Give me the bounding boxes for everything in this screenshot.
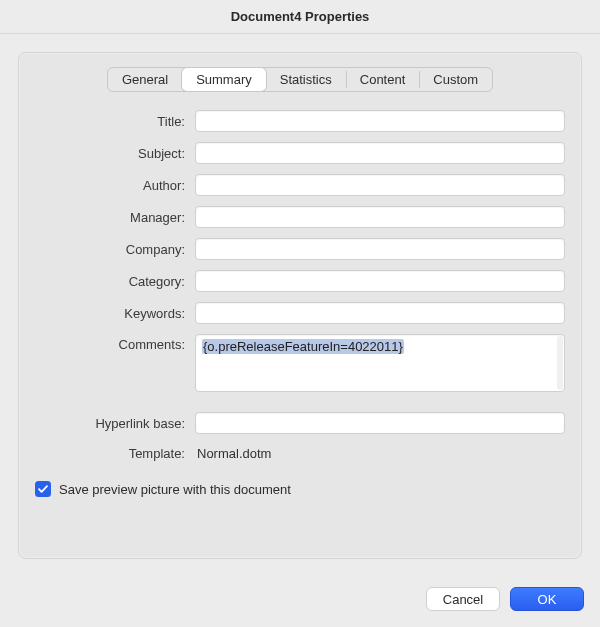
ok-button-label: OK [538,592,557,607]
save-preview-row[interactable]: Save preview picture with this document [35,481,565,497]
comments-input[interactable]: {o.preReleaseFeatureIn=4022011} [195,334,565,392]
comments-wrap: {o.preReleaseFeatureIn=4022011} [195,334,565,392]
tab-summary-label: Summary [196,72,252,87]
author-input[interactable] [195,174,565,196]
tab-general[interactable]: General [108,68,182,91]
window-title: Document4 Properties [231,9,370,24]
manager-input[interactable] [195,206,565,228]
template-label: Template: [35,446,185,461]
checkmark-icon [37,483,49,495]
tab-summary[interactable]: Summary [182,68,266,91]
tab-custom[interactable]: Custom [419,68,492,91]
tab-content[interactable]: Content [346,68,420,91]
cancel-button-label: Cancel [443,592,483,607]
tabs-container: General Summary Statistics Content Custo… [35,67,565,92]
tab-strip: General Summary Statistics Content Custo… [107,67,493,92]
keywords-label: Keywords: [35,306,185,321]
hyperlink-base-label: Hyperlink base: [35,416,185,431]
tab-general-label: General [122,72,168,87]
summary-panel: General Summary Statistics Content Custo… [18,52,582,559]
save-preview-label: Save preview picture with this document [59,482,291,497]
cancel-button[interactable]: Cancel [426,587,500,611]
manager-label: Manager: [35,210,185,225]
keywords-input[interactable] [195,302,565,324]
category-input[interactable] [195,270,565,292]
subject-input[interactable] [195,142,565,164]
ok-button[interactable]: OK [510,587,584,611]
button-bar: Cancel OK [0,577,600,627]
company-label: Company: [35,242,185,257]
tab-content-label: Content [360,72,406,87]
tab-statistics-label: Statistics [280,72,332,87]
content-area: General Summary Statistics Content Custo… [0,34,600,577]
window-titlebar: Document4 Properties [0,0,600,34]
hyperlink-base-input[interactable] [195,412,565,434]
category-label: Category: [35,274,185,289]
save-preview-checkbox[interactable] [35,481,51,497]
author-label: Author: [35,178,185,193]
tab-statistics[interactable]: Statistics [266,68,346,91]
comments-value: {o.preReleaseFeatureIn=4022011} [202,339,404,354]
summary-form: Title: Subject: Author: Manager: Company… [35,110,565,463]
title-input[interactable] [195,110,565,132]
tab-custom-label: Custom [433,72,478,87]
template-value: Normal.dotm [195,444,565,463]
subject-label: Subject: [35,146,185,161]
title-label: Title: [35,114,185,129]
comments-label: Comments: [35,334,185,352]
properties-window: Document4 Properties General Summary Sta… [0,0,600,627]
company-input[interactable] [195,238,565,260]
